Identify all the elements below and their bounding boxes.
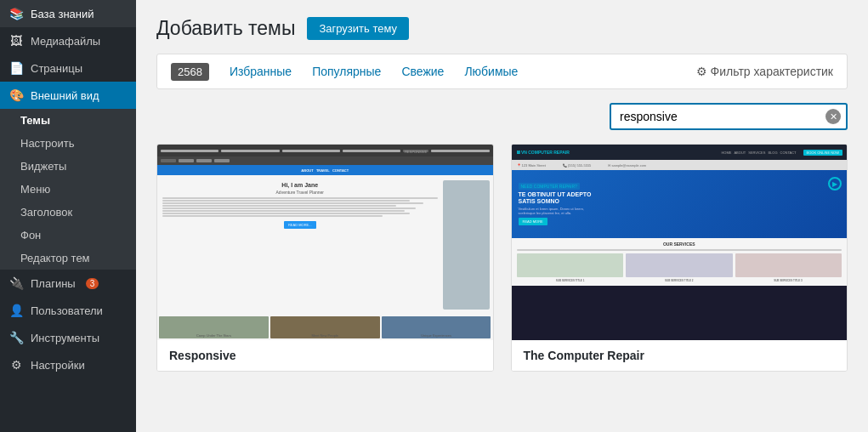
sidebar-item-header[interactable]: Заголовок bbox=[0, 201, 136, 224]
page-title: Добавить темы bbox=[156, 17, 295, 40]
search-clear-button[interactable]: ✕ bbox=[825, 109, 841, 124]
theme-card-computer-repair[interactable]: 🖥 VN COMPUTER REPAIR HOMEABOUTSERVICESBL… bbox=[511, 144, 848, 372]
search-row: ✕ bbox=[156, 103, 848, 130]
filter-characteristics[interactable]: ⚙ Фильтр характеристик bbox=[696, 65, 833, 78]
sidebar-item-editor[interactable]: Редактор тем bbox=[0, 247, 136, 270]
tab-featured[interactable]: Избранные bbox=[221, 61, 300, 82]
main-content: Добавить темы Загрузить тему 2568 Избран… bbox=[136, 0, 868, 432]
tools-icon: 🔧 bbox=[9, 331, 24, 344]
sidebar-item-customize[interactable]: Настроить bbox=[0, 132, 136, 155]
theme-card-responsive[interactable]: RESPONSIVE ABOUT TRAVEL CONTACT Hi, I am… bbox=[156, 144, 494, 372]
sidebar-item-plugins[interactable]: 🔌 Плагины 3 bbox=[0, 270, 136, 297]
tab-fresh[interactable]: Свежие bbox=[393, 61, 452, 82]
sidebar-item-tools[interactable]: 🔧 Инструменты bbox=[0, 324, 136, 351]
filter-bar: 2568 Избранные Популярные Свежие Любимые… bbox=[156, 54, 848, 89]
tab-popular[interactable]: Популярные bbox=[304, 61, 389, 82]
sidebar-item-users[interactable]: 👤 Пользователи bbox=[0, 297, 136, 324]
sidebar-item-settings[interactable]: ⚙ Настройки bbox=[0, 351, 136, 378]
knowledge-icon: 📚 bbox=[9, 7, 24, 20]
media-icon: 🖼 bbox=[9, 34, 24, 48]
sidebar-item-media[interactable]: 🖼 Медиафайлы bbox=[0, 27, 136, 54]
plugins-badge: 3 bbox=[86, 278, 99, 289]
users-icon: 👤 bbox=[9, 304, 24, 317]
sidebar-item-background[interactable]: Фон bbox=[0, 224, 136, 247]
settings-icon: ⚙ bbox=[9, 358, 24, 372]
sidebar-item-themes[interactable]: Темы bbox=[0, 109, 136, 132]
theme-thumbnail-responsive: RESPONSIVE ABOUT TRAVEL CONTACT Hi, I am… bbox=[157, 145, 493, 340]
search-input[interactable] bbox=[610, 103, 848, 130]
sidebar-item-appearance[interactable]: 🎨 Внешний вид bbox=[0, 82, 136, 109]
plugins-icon: 🔌 bbox=[9, 276, 24, 290]
theme-thumbnail-computer-repair: 🖥 VN COMPUTER REPAIR HOMEABOUTSERVICESBL… bbox=[512, 145, 848, 340]
tab-favorites[interactable]: Любимые bbox=[456, 61, 526, 82]
theme-count: 2568 bbox=[171, 63, 209, 81]
sidebar-item-pages[interactable]: 📄 Страницы bbox=[0, 54, 136, 82]
sidebar-item-menus[interactable]: Меню bbox=[0, 178, 136, 201]
sidebar: 📚 База знаний 🖼 Медиафайлы 📄 Страницы 🎨 … bbox=[0, 0, 136, 432]
appearance-submenu: Темы Настроить Виджеты Меню Заголовок Фо… bbox=[0, 109, 136, 270]
page-header: Добавить темы Загрузить тему bbox=[156, 17, 848, 40]
sidebar-item-widgets[interactable]: Виджеты bbox=[0, 155, 136, 178]
theme-grid: RESPONSIVE ABOUT TRAVEL CONTACT Hi, I am… bbox=[156, 144, 848, 372]
appearance-icon: 🎨 bbox=[9, 88, 24, 102]
gear-icon: ⚙ bbox=[696, 65, 707, 78]
search-wrapper: ✕ bbox=[610, 103, 848, 130]
sidebar-item-knowledge[interactable]: 📚 База знаний bbox=[0, 0, 136, 27]
theme-name-responsive: Responsive bbox=[157, 340, 493, 371]
filter-label: Фильтр характеристик bbox=[711, 65, 833, 78]
upload-theme-button[interactable]: Загрузить тему bbox=[307, 17, 409, 40]
theme-name-computer-repair: The Computer Repair bbox=[512, 340, 848, 371]
pages-icon: 📄 bbox=[9, 61, 24, 75]
